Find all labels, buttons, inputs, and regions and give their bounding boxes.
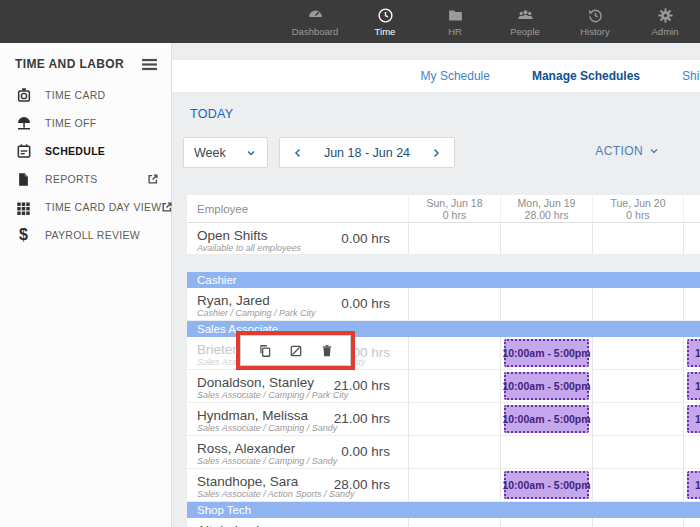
employee-hours: 0.00 hrs — [341, 296, 390, 311]
schedule-cell[interactable] — [592, 337, 683, 369]
schedule-cell[interactable] — [500, 288, 592, 320]
tab-shift[interactable]: Shift — [682, 69, 700, 83]
annotation-highlight-box — [236, 331, 355, 370]
tab-my-schedule[interactable]: My Schedule — [421, 69, 490, 83]
dollar-icon: $ — [15, 227, 32, 244]
schedule-tabbar: My Schedule Manage Schedules Shift — [172, 60, 700, 92]
nav-dashboard[interactable]: Dashboard — [280, 0, 350, 43]
employee-hours: 21.00 hrs — [334, 411, 390, 426]
schedule-cell[interactable] — [500, 436, 592, 468]
schedule-cell[interactable] — [408, 223, 500, 254]
table-row[interactable]: Altair, Lexi 0.00 hrs — [187, 518, 700, 527]
top-nav: Dashboard Time HR People History Admin — [0, 0, 700, 43]
shift-block[interactable]: 10:00am - 5:00pm — [687, 339, 700, 367]
shift-block[interactable]: 10:00am - 5:00pm — [504, 471, 589, 499]
sidebar-item-payroll-review[interactable]: $ PAYROLL REVIEW — [0, 221, 171, 249]
shift-block[interactable]: 10:00am - 5:00pm — [504, 405, 589, 433]
nav-label: History — [580, 26, 610, 37]
schedule-cell — [683, 436, 700, 468]
nav-people[interactable]: People — [490, 0, 560, 43]
shift-block[interactable]: 10:00am - 5:00pm — [504, 372, 589, 400]
schedule-cell[interactable] — [592, 370, 683, 402]
chevron-right-icon[interactable] — [430, 147, 442, 159]
schedule-cell[interactable] — [408, 518, 500, 527]
tab-manage-schedules[interactable]: Manage Schedules — [532, 69, 640, 83]
main-content: My Schedule Manage Schedules Shift TODAY… — [172, 43, 700, 527]
table-row[interactable]: Ross, Alexander Sales Associate / Campin… — [187, 436, 700, 469]
schedule-cell — [683, 288, 700, 320]
sidebar-item-label: SCHEDULE — [45, 145, 159, 157]
table-header-row: Employee Sun, Jun 18 0 hrs Mon, Jun 19 2… — [187, 195, 700, 223]
group-header-cashier: Cashier — [187, 272, 700, 288]
schedule-cell[interactable] — [500, 518, 592, 527]
history-icon — [587, 7, 604, 24]
schedule-cell — [683, 518, 700, 527]
nav-hr[interactable]: HR — [420, 0, 490, 43]
schedule-cell[interactable] — [408, 337, 500, 369]
today-link[interactable]: TODAY — [190, 107, 233, 121]
shift-block[interactable]: 10:00am - 5:00pm — [504, 339, 589, 367]
nav-label: People — [510, 26, 540, 37]
employee-hours: 28.00 hrs — [334, 477, 390, 492]
table-gap — [187, 255, 700, 272]
schedule-cell[interactable] — [408, 403, 500, 435]
shift-block[interactable]: 10:00am - 5:00pm — [687, 405, 700, 433]
schedule-cell[interactable]: 10:00am - 5:00pm — [500, 403, 592, 435]
schedule-cell[interactable] — [408, 288, 500, 320]
chevron-left-icon[interactable] — [292, 147, 304, 159]
schedule-cell[interactable]: 10:00am - 5:00pm — [500, 469, 592, 501]
sidebar-item-time-card-day-view[interactable]: TIME CARD DAY VIEW — [0, 193, 171, 221]
shift-block[interactable]: 10:00am - 5:00pm — [687, 372, 700, 400]
copy-icon[interactable] — [258, 344, 272, 358]
menu-icon[interactable] — [142, 58, 157, 71]
employee-hours: 21.00 hrs — [334, 378, 390, 393]
schedule-cell[interactable] — [592, 403, 683, 435]
grid-icon — [15, 199, 32, 216]
day-header-sun: Sun, Jun 18 0 hrs — [408, 195, 500, 222]
nav-admin[interactable]: Admin — [630, 0, 700, 43]
sidebar-title: TIME AND LABOR — [15, 57, 124, 71]
period-select[interactable]: Week — [183, 137, 268, 168]
schedule-cell[interactable] — [592, 223, 683, 254]
sidebar-item-time-card[interactable]: TIME CARD — [0, 81, 171, 109]
schedule-cell[interactable] — [408, 469, 500, 501]
period-value: Week — [194, 146, 226, 160]
schedule-cell[interactable] — [500, 223, 592, 254]
nav-label: HR — [448, 26, 462, 37]
nav-time[interactable]: Time — [350, 0, 420, 43]
action-menu-button[interactable]: ACTION — [595, 144, 660, 158]
day-header-partial — [683, 195, 700, 222]
schedule-cell: 10:00am - 5:00pm — [683, 469, 700, 501]
sidebar-item-schedule[interactable]: SCHEDULE — [0, 137, 171, 165]
action-label: ACTION — [595, 144, 643, 158]
day-header-mon: Mon, Jun 19 28.00 hrs — [500, 195, 592, 222]
open-shifts-row[interactable]: Open Shifts Available to all employees 0… — [187, 223, 700, 255]
schedule-cell: 10:00am - 5:00pm — [683, 403, 700, 435]
table-row[interactable]: Hyndman, Melissa Sales Associate / Campi… — [187, 403, 700, 436]
shift-block[interactable]: 10:00am - 5:00pm — [687, 471, 700, 499]
schedule-cell[interactable] — [408, 436, 500, 468]
table-row[interactable]: Ryan, Jared Cashier / Camping / Park Cit… — [187, 288, 700, 321]
sidebar-item-reports[interactable]: REPORTS — [0, 165, 171, 193]
time-card-icon — [15, 87, 32, 104]
group-header-shop-tech: Shop Tech — [187, 502, 700, 518]
clear-shift-icon[interactable] — [289, 344, 303, 358]
clock-icon — [377, 7, 394, 24]
sidebar-item-label: TIME CARD — [45, 89, 159, 101]
schedule-cell[interactable] — [592, 518, 683, 527]
schedule-cell[interactable] — [592, 469, 683, 501]
nav-history[interactable]: History — [560, 0, 630, 43]
schedule-cell[interactable] — [408, 370, 500, 402]
shift-actions-toolbar — [240, 335, 351, 366]
schedule-cell[interactable] — [592, 436, 683, 468]
document-icon — [15, 171, 32, 188]
delete-icon[interactable] — [320, 344, 334, 358]
table-row[interactable]: Standhope, Sara Sales Associate / Action… — [187, 469, 700, 502]
sidebar-item-time-off[interactable]: TIME OFF — [0, 109, 171, 137]
table-row[interactable]: Donaldson, Stanley Sales Associate / Cam… — [187, 370, 700, 403]
schedule-cell[interactable] — [592, 288, 683, 320]
sidebar-item-label: REPORTS — [45, 173, 147, 185]
schedule-cell[interactable]: 10:00am - 5:00pm — [500, 370, 592, 402]
schedule-cell[interactable]: 10:00am - 5:00pm — [500, 337, 592, 369]
gear-icon — [657, 7, 674, 24]
